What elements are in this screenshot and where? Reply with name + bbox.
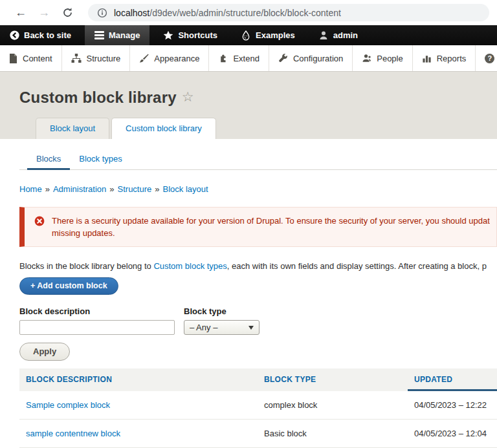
examples-button[interactable]: Examples: [231, 25, 305, 45]
breadcrumb-block-layout[interactable]: Block layout: [163, 184, 208, 194]
tab-block-layout[interactable]: Block layout: [36, 118, 109, 139]
wrench-icon: [278, 54, 288, 63]
browser-forward-icon[interactable]: →: [38, 6, 50, 19]
bar-chart-icon: [422, 54, 432, 63]
hamburger-icon: [94, 30, 104, 41]
puzzle-icon: [218, 54, 228, 63]
chevron-down-icon: [248, 326, 254, 330]
menu-item-structure[interactable]: Structure: [62, 45, 131, 71]
breadcrumb-home[interactable]: Home: [19, 184, 42, 194]
menu-label-appearance: Appearance: [154, 54, 199, 63]
menu-item-extend[interactable]: Extend: [209, 45, 269, 71]
manage-label: Manage: [109, 30, 140, 40]
table-row: sample contentnew block Basic block 04/0…: [19, 420, 497, 448]
table-header-row: BLOCK DESCRIPTION BLOCK TYPE UPDATED: [19, 368, 497, 391]
intro-after-link: , each with its own fields and display s…: [227, 261, 487, 271]
browser-back-icon[interactable]: ←: [14, 6, 27, 19]
user-icon: [318, 30, 329, 41]
browser-toolbar: ← → localhost/d9dev/web/admin/structure/…: [0, 0, 497, 25]
header-block-description[interactable]: BLOCK DESCRIPTION: [19, 368, 258, 391]
apply-button[interactable]: Apply: [19, 343, 70, 361]
menu-label-extend: Extend: [233, 54, 259, 63]
admin-user-label: admin: [333, 30, 358, 40]
menu-label-people: People: [377, 54, 403, 63]
menu-item-appearance[interactable]: Appearance: [130, 45, 209, 71]
header-block-type[interactable]: BLOCK TYPE: [258, 368, 408, 391]
page-title: Custom block library☆: [19, 89, 194, 107]
droplet-icon: [241, 30, 251, 41]
shortcuts-button[interactable]: Shortcuts: [153, 25, 227, 45]
star-icon: [163, 30, 173, 41]
breadcrumb-separator: »: [109, 184, 114, 194]
error-message-line1: There is a security update available for…: [52, 215, 490, 227]
block-type-label: Block type: [184, 306, 260, 316]
block-type-selected-value: – Any –: [190, 323, 217, 332]
block-type-select[interactable]: – Any –: [184, 320, 260, 335]
intro-text: Blocks in the block library belong to Cu…: [19, 261, 497, 271]
admin-menu-bar: Content Structure Appearance Extend Conf…: [0, 45, 497, 72]
question-icon: ?: [485, 54, 494, 63]
error-icon: [34, 216, 45, 229]
breadcrumb-separator: »: [155, 184, 159, 194]
updated-cell: 04/05/2023 – 12:22: [408, 391, 497, 420]
blocks-table: BLOCK DESCRIPTION BLOCK TYPE UPDATED Sam…: [19, 368, 497, 448]
back-arrow-icon: [10, 30, 19, 40]
paintbrush-icon: [139, 54, 149, 63]
block-type-cell: Basic block: [258, 420, 408, 448]
menu-item-content[interactable]: Content: [0, 45, 62, 71]
error-message-line2: missing updates.: [52, 227, 490, 239]
admin-user-button[interactable]: admin: [309, 25, 368, 45]
url-path: /d9dev/web/admin/structure/block/block-c…: [149, 8, 341, 18]
browser-reload-icon[interactable]: [61, 6, 74, 19]
url-host: localhost: [114, 8, 149, 18]
header-updated[interactable]: UPDATED: [408, 368, 497, 391]
menu-label-content: Content: [23, 54, 52, 63]
menu-label-structure: Structure: [87, 54, 121, 63]
page-title-text: Custom block library: [19, 89, 177, 106]
filter-form: Block description Block type – Any –: [19, 306, 497, 335]
breadcrumb: Home»Administration»Structure»Block layo…: [19, 184, 497, 194]
table-row: Sample complex block complex block 04/05…: [19, 391, 497, 420]
block-description-label: Block description: [19, 306, 179, 316]
intro-before-link: Blocks in the block library belong to: [19, 261, 153, 271]
people-icon: [362, 54, 371, 63]
updated-cell: 04/05/2023 – 12:04: [408, 420, 497, 448]
block-link[interactable]: Sample complex block: [26, 400, 110, 410]
examples-label: Examples: [256, 30, 295, 40]
favorite-star-icon[interactable]: ☆: [182, 89, 194, 104]
address-bar[interactable]: localhost/d9dev/web/admin/structure/bloc…: [88, 4, 489, 21]
tab-custom-block-library[interactable]: Custom block library: [111, 118, 216, 139]
menu-item-help[interactable]: ? He: [476, 45, 497, 71]
primary-tabs: Block layout Custom block library: [36, 118, 218, 139]
menu-item-configuration[interactable]: Configuration: [269, 45, 353, 71]
security-update-warning: There is a security update available for…: [19, 207, 497, 247]
secondary-tabs: Blocks Block types: [19, 151, 497, 170]
file-icon: [9, 54, 17, 63]
breadcrumb-structure[interactable]: Structure: [118, 184, 152, 194]
shortcuts-label: Shortcuts: [178, 30, 217, 40]
menu-item-people[interactable]: People: [353, 45, 412, 71]
sitemap-icon: [71, 54, 82, 63]
info-icon: [97, 8, 107, 18]
url-text: localhost/d9dev/web/admin/structure/bloc…: [114, 8, 341, 18]
block-description-input[interactable]: [19, 320, 175, 335]
menu-label-configuration: Configuration: [293, 54, 343, 63]
tab-block-types[interactable]: Block types: [70, 151, 131, 170]
add-custom-block-button[interactable]: + Add custom block: [19, 277, 118, 295]
menu-item-reports[interactable]: Reports: [413, 45, 476, 71]
tab-blocks[interactable]: Blocks: [27, 151, 70, 170]
page-header: Custom block library☆ Block layout Custo…: [0, 72, 497, 139]
manage-button[interactable]: Manage: [85, 25, 149, 45]
back-to-site-label: Back to site: [24, 30, 71, 40]
drupal-admin-toolbar: Back to site Manage Shortcuts Examples a…: [0, 25, 497, 45]
menu-label-reports: Reports: [437, 54, 467, 63]
block-link[interactable]: sample contentnew block: [26, 429, 120, 438]
custom-block-types-link[interactable]: Custom block types: [153, 261, 226, 271]
main-content: Blocks Block types Home»Administration»S…: [0, 139, 497, 448]
breadcrumb-administration[interactable]: Administration: [53, 184, 106, 194]
breadcrumb-separator: »: [45, 184, 50, 194]
back-to-site-button[interactable]: Back to site: [0, 25, 81, 45]
block-type-cell: complex block: [258, 391, 408, 420]
